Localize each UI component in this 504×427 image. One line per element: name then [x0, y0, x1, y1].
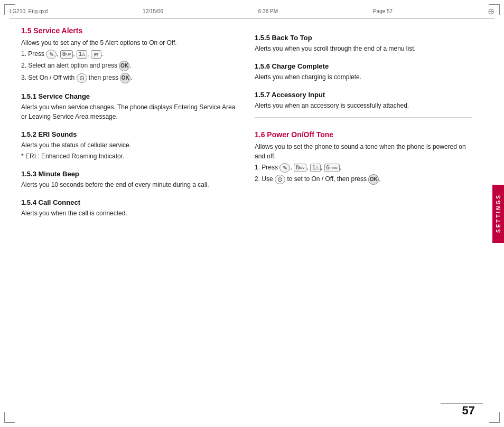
ok-key-step3: OK: [120, 73, 130, 83]
sub-1-5-3-text: Alerts you 10 seconds before the end of …: [21, 180, 239, 189]
header-file: LG210_Eng.qxd: [10, 8, 48, 14]
section-divider: [255, 117, 472, 118]
1jkl-key: 1△: [77, 50, 87, 59]
step2-line: 2. Select an alert option and press OK.: [21, 61, 239, 71]
settings-tab-label: SETTINGS: [496, 194, 501, 233]
1-6-step1-label: 1. Press: [255, 164, 278, 171]
1-6-step2b-label: to set to On / Off, then press: [287, 175, 367, 183]
step2-label: 2. Select an alert option and press: [21, 62, 117, 69]
1-6-step1-line: 1. Press ✎, 8tuv, 1△, 6mno.: [255, 163, 472, 173]
pencil-key: ✎: [46, 50, 57, 59]
crosshair-icon: ⊕: [488, 6, 494, 16]
sub-1-5-7-title: 1.5.7 Accessory Input: [255, 91, 472, 99]
page-header: LG210_Eng.qxd 12/15/06 6:38 PM Page 57 ⊕: [10, 6, 494, 19]
sub-1-5-2-title: 1.5.2 ERI Sounds: [21, 130, 239, 138]
step1-label: 1. Press: [21, 50, 44, 58]
1-6-pencil-key: ✎: [279, 163, 290, 173]
corner-mark-bl: [4, 412, 15, 423]
jkl-key: jkl: [91, 50, 101, 59]
left-column: 1.5 Service Alerts Allows you to set any…: [21, 26, 239, 395]
header-page: Page 57: [373, 8, 393, 14]
1-6-6mno-key: 6mno: [324, 164, 340, 172]
sub-1-5-7-text: Alerts you when an accessory is successf…: [255, 101, 472, 110]
step3b-label: then press: [89, 74, 118, 81]
1-6-nav-key: ⊙: [275, 175, 285, 184]
sub-1-5-1-title: 1.5.1 Service Change: [21, 92, 239, 100]
1-6-8tuv-key: 8tuv: [294, 164, 306, 172]
sub-1-5-5-text: Alerts you when you scroll through the e…: [255, 44, 472, 53]
content-area: 1.5 Service Alerts Allows you to set any…: [21, 26, 472, 395]
1-6-ok-key: OK: [368, 174, 379, 185]
sub-1-5-2-text: Alerts you the status of cellular servic…: [21, 140, 239, 150]
section-1-5-title: 1.5 Service Alerts: [21, 26, 239, 35]
nav-key: ⊙: [77, 73, 87, 83]
corner-mark-br: [489, 412, 500, 423]
8tuv-key: 8tuv: [60, 50, 73, 59]
settings-tab: SETTINGS: [492, 185, 504, 243]
header-date: 12/15/06: [143, 8, 163, 14]
1-6-step2-label: 2. Use: [255, 175, 273, 183]
ok-key-step2: OK: [119, 61, 129, 71]
sub-1-5-2-note: * ERI : Enhanced Roaming Indicator.: [21, 151, 239, 161]
step1-line: 1. Press ✎, 8tuv, 1△, jkl.: [21, 49, 239, 59]
sub-1-5-4-title: 1.5.4 Call Connect: [21, 198, 239, 206]
sub-1-5-4-text: Alerts you when the call is connected.: [21, 208, 239, 218]
sub-1-5-3-title: 1.5.3 Minute Beep: [21, 170, 239, 178]
section-1-6-title: 1.6 Power On/Off Tone: [255, 130, 472, 139]
sub-1-5-1-text: Alerts you when service changes. The pho…: [21, 102, 239, 121]
1-6-step2-line: 2. Use ⊙ to set to On / Off, then press …: [255, 174, 472, 185]
right-column: 1.5.5 Back To Top Alerts you when you sc…: [255, 26, 472, 395]
section-1-5-intro: Allows you to set any of the 5 Alert opt…: [21, 38, 239, 48]
sub-1-5-6-text: Alerts you when charging is complete.: [255, 72, 472, 82]
section-1-6-intro: Allows you to set the phone to sound a t…: [255, 142, 472, 161]
step3-line: 3. Set On / Off with ⊙ then press OK.: [21, 73, 239, 83]
sub-1-5-6-title: 1.5.6 Charge Complete: [255, 62, 472, 70]
step3-label: 3. Set On / Off with: [21, 74, 74, 81]
header-time: 6:38 PM: [258, 8, 278, 14]
1-6-1-key: 1△: [310, 164, 321, 172]
sub-1-5-5-title: 1.5.5 Back To Top: [255, 34, 472, 42]
page-number: 57: [462, 404, 475, 417]
